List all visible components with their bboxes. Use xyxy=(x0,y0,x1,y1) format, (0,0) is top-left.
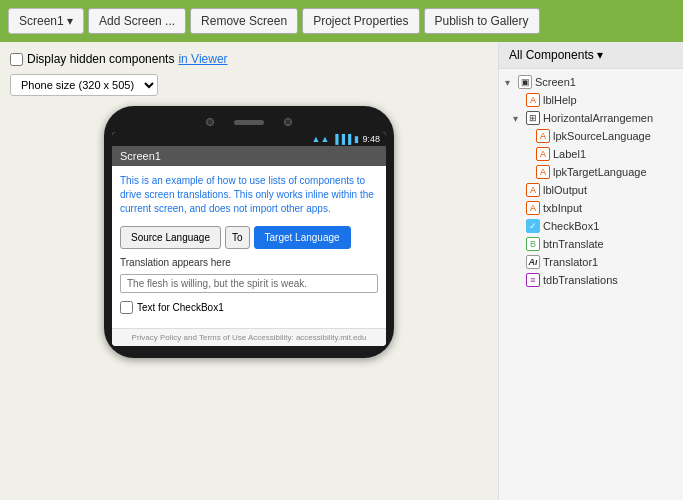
arrange-icon: ⊞ xyxy=(526,111,540,125)
wifi-icon: ▲▲ xyxy=(312,134,330,144)
phone-size-select[interactable]: Phone size (320 x 505) Tablet size (480 … xyxy=(10,74,158,96)
phone-screen: ▲▲ ▐▐▐ ▮ 9:48 Screen1 This is an example… xyxy=(112,132,386,346)
label-icon: A xyxy=(536,129,550,143)
tree-item[interactable]: AlpkTargetLanguage xyxy=(499,163,683,181)
tree-item-label: CheckBox1 xyxy=(543,220,599,232)
phone-footer: Privacy Policy and Terms of Use Accessib… xyxy=(112,328,386,346)
right-panel: All Components ▾ ▾▣Screen1AlblHelp▾⊞Hori… xyxy=(498,42,683,500)
tree-item-label: Screen1 xyxy=(535,76,576,88)
battery-icon: ▮ xyxy=(354,134,359,144)
phone-mockup: ▲▲ ▐▐▐ ▮ 9:48 Screen1 This is an example… xyxy=(104,106,394,358)
tree-item[interactable]: AlblOutput xyxy=(499,181,683,199)
tree-item[interactable]: AlblHelp xyxy=(499,91,683,109)
main-area: Display hidden components in Viewer Phon… xyxy=(0,42,683,500)
tree-item[interactable]: ALabel1 xyxy=(499,145,683,163)
footer-text: Privacy Policy and Terms of Use Accessib… xyxy=(132,333,367,342)
components-panel-header[interactable]: All Components ▾ xyxy=(499,42,683,69)
phone-size-row: Phone size (320 x 505) Tablet size (480 … xyxy=(10,74,488,96)
remove-screen-button[interactable]: Remove Screen xyxy=(190,8,298,34)
status-icons: ▲▲ ▐▐▐ ▮ 9:48 xyxy=(312,134,381,144)
tree-expand-icon: ▾ xyxy=(513,113,523,124)
status-time: 9:48 xyxy=(362,134,380,144)
phone-camera2-icon xyxy=(284,118,292,126)
publish-button[interactable]: Publish to Gallery xyxy=(424,8,540,34)
label-icon: A xyxy=(526,93,540,107)
label-icon: A xyxy=(536,165,550,179)
signal-icon: ▐▐▐ xyxy=(332,134,351,144)
label-icon: A xyxy=(526,201,540,215)
translation-appears-label: Translation appears here xyxy=(120,257,378,268)
tree-item-label: tdbTranslations xyxy=(543,274,618,286)
tree-item-label: lblHelp xyxy=(543,94,577,106)
tree-item-label: lblOutput xyxy=(543,184,587,196)
tree-item[interactable]: AtxbInput xyxy=(499,199,683,217)
toolbar: Screen1 ▾ Add Screen ... Remove Screen P… xyxy=(0,0,683,42)
hidden-components-label: Display hidden components xyxy=(27,52,174,66)
phone-speaker xyxy=(234,120,264,125)
add-screen-button[interactable]: Add Screen ... xyxy=(88,8,186,34)
source-language-button[interactable]: Source Language xyxy=(120,226,221,249)
phone-status-bar: ▲▲ ▐▐▐ ▮ 9:48 xyxy=(112,132,386,146)
label-icon: A xyxy=(526,183,540,197)
tree-item-label: Translator1 xyxy=(543,256,598,268)
checkbox1-label: Text for CheckBox1 xyxy=(137,302,224,313)
tree-item[interactable]: AlpkSourceLanguage xyxy=(499,127,683,145)
phone-buttons-row: Source Language To Target Language xyxy=(120,226,378,249)
checkbox-row: Text for CheckBox1 xyxy=(120,301,378,314)
phone-screen-title: Screen1 xyxy=(120,150,161,162)
hidden-components-checkbox[interactable] xyxy=(10,53,23,66)
tree-expand-icon: ▾ xyxy=(505,77,515,88)
phone-description: This is an example of how to use lists o… xyxy=(120,174,378,216)
tree-item[interactable]: ▾⊞HorizontalArrangemen xyxy=(499,109,683,127)
checkbox1[interactable] xyxy=(120,301,133,314)
phone-content: This is an example of how to use lists o… xyxy=(112,166,386,328)
phone-top-bar xyxy=(112,118,386,126)
to-button[interactable]: To xyxy=(225,226,250,249)
tree-item-label: HorizontalArrangemen xyxy=(543,112,653,124)
all-components-label: All Components ▾ xyxy=(509,48,603,62)
trans-icon: Aı xyxy=(526,255,540,269)
phone-camera-icon xyxy=(206,118,214,126)
tree-item[interactable]: ≡tdbTranslations xyxy=(499,271,683,289)
target-language-button[interactable]: Target Language xyxy=(254,226,351,249)
checkbox-icon: ✓ xyxy=(526,219,540,233)
project-properties-button[interactable]: Project Properties xyxy=(302,8,419,34)
tree-item-label: Label1 xyxy=(553,148,586,160)
tree-item-label: lpkSourceLanguage xyxy=(553,130,651,142)
screen-icon: ▣ xyxy=(518,75,532,89)
tree-item-label: btnTranslate xyxy=(543,238,604,250)
translation-input[interactable]: The flesh is willing, but the spirit is … xyxy=(120,274,378,293)
component-tree: ▾▣Screen1AlblHelp▾⊞HorizontalArrangemenA… xyxy=(499,69,683,293)
left-panel: Display hidden components in Viewer Phon… xyxy=(0,42,498,500)
tree-item[interactable]: ▾▣Screen1 xyxy=(499,73,683,91)
screen1-dropdown[interactable]: Screen1 ▾ xyxy=(8,8,84,34)
tree-item[interactable]: ✓CheckBox1 xyxy=(499,217,683,235)
phone-title-bar: Screen1 xyxy=(112,146,386,166)
label-icon: A xyxy=(536,147,550,161)
hidden-components-row: Display hidden components in Viewer xyxy=(10,52,488,66)
btn-icon: B xyxy=(526,237,540,251)
tree-item-label: lpkTargetLanguage xyxy=(553,166,647,178)
tree-item[interactable]: AıTranslator1 xyxy=(499,253,683,271)
tree-item-label: txbInput xyxy=(543,202,582,214)
tree-item[interactable]: BbtnTranslate xyxy=(499,235,683,253)
viewer-link[interactable]: in Viewer xyxy=(178,52,227,66)
db-icon: ≡ xyxy=(526,273,540,287)
